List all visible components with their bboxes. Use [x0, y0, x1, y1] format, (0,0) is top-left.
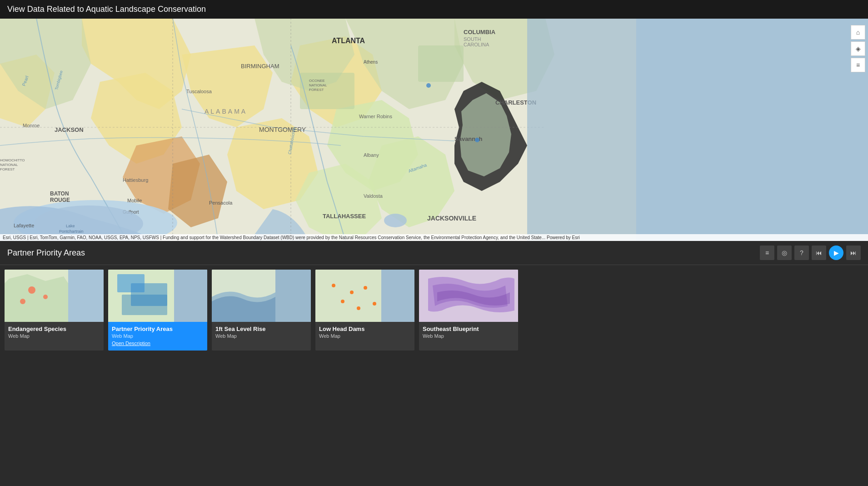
svg-point-85 [350, 291, 354, 294]
card-type-southeast-blueprint: Web Map [423, 333, 514, 339]
map-container[interactable]: ATLANTA BIRMINGHAM Tuscaloosa Athens MON… [0, 18, 868, 241]
svg-point-84 [332, 284, 335, 287]
svg-text:Tuscaloosa: Tuscaloosa [186, 89, 212, 94]
svg-text:Warner Robins: Warner Robins [359, 114, 392, 119]
panel-user-button[interactable]: ◎ [777, 246, 792, 260]
panel-help-button[interactable]: ? [794, 246, 809, 260]
svg-text:ALABAMA: ALABAMA [205, 108, 247, 115]
svg-rect-77 [122, 295, 167, 315]
card-1ft-sea-level-rise[interactable]: 1ft Sea Level RiseWeb Map [212, 270, 311, 351]
svg-rect-72 [68, 270, 104, 322]
svg-text:Pontchartrain: Pontchartrain [59, 229, 84, 234]
card-title-southeast-blueprint: Southeast Blueprint [423, 326, 514, 332]
svg-text:HOMOCHITTO: HOMOCHITTO [0, 158, 25, 162]
svg-point-86 [341, 300, 344, 303]
card-type-1ft-sea-level-rise: Web Map [215, 333, 307, 339]
app-header: View Data Related to Aquatic Landscape C… [0, 0, 868, 19]
card-info-1ft-sea-level-rise: 1ft Sea Level RiseWeb Map [212, 322, 311, 343]
map-attribution: Esri, USGS | Esri, TomTom, Garmin, FAO, … [0, 234, 868, 241]
card-type-partner-priority-areas: Web Map [112, 333, 204, 339]
svg-text:NATIONAL: NATIONAL [309, 83, 327, 87]
svg-point-69 [28, 286, 35, 294]
map-background: ATLANTA BIRMINGHAM Tuscaloosa Athens MON… [0, 18, 868, 241]
card-info-endangered-species: Endangered SpeciesWeb Map [5, 322, 104, 343]
card-type-low-head-dams: Web Map [319, 333, 411, 339]
svg-text:NATIONAL: NATIONAL [0, 163, 18, 167]
bottom-panel: Partner Priority Areas ≡ ◎ ? ⏮ ▶ ⏭ Endan… [0, 241, 868, 486]
home-button[interactable]: ⌂ [851, 25, 865, 40]
svg-point-64 [475, 138, 479, 142]
svg-text:Lake: Lake [66, 224, 75, 228]
card-link-partner-priority-areas[interactable]: Open Description [112, 341, 204, 346]
svg-text:BIRMINGHAM: BIRMINGHAM [241, 63, 279, 70]
svg-point-87 [364, 286, 367, 290]
card-southeast-blueprint[interactable]: Southeast BlueprintWeb Map [419, 270, 518, 351]
card-thumb-southeast-blueprint [419, 270, 518, 322]
panel-controls: ≡ ◎ ? ⏮ ▶ ⏭ [760, 246, 861, 260]
svg-text:JACKSON: JACKSON [55, 126, 84, 133]
card-info-partner-priority-areas: Partner Priority AreasWeb MapOpen Descri… [108, 322, 207, 351]
svg-marker-68 [5, 274, 68, 322]
svg-text:JACKSONVILLE: JACKSONVILLE [427, 215, 476, 222]
card-title-low-head-dams: Low Head Dams [319, 326, 411, 332]
panel-first-button[interactable]: ⏮ [812, 246, 826, 260]
svg-rect-90 [381, 270, 414, 322]
svg-rect-65 [527, 18, 868, 241]
card-partner-priority-areas[interactable]: Partner Priority AreasWeb MapOpen Descri… [108, 270, 207, 351]
svg-point-71 [20, 299, 25, 304]
svg-text:Lafayette: Lafayette [14, 223, 34, 228]
card-endangered-species[interactable]: Endangered SpeciesWeb Map [5, 270, 104, 351]
panel-play-button[interactable]: ▶ [829, 246, 843, 260]
svg-text:FOREST: FOREST [309, 88, 324, 92]
svg-text:CAROLINA: CAROLINA [464, 42, 489, 47]
panel-header: Partner Priority Areas ≡ ◎ ? ⏮ ▶ ⏭ [0, 241, 868, 265]
svg-point-62 [384, 214, 407, 227]
svg-text:MONTGOMERY: MONTGOMERY [259, 126, 306, 133]
card-thumb-partner-priority-areas [108, 270, 207, 322]
panel-title: Partner Priority Areas [7, 248, 85, 258]
svg-text:ROUGE: ROUGE [50, 197, 70, 203]
layers-button[interactable]: ◈ [851, 41, 865, 56]
svg-text:Albany: Albany [364, 152, 379, 158]
map-toolbar: ⌂ ◈ ≡ [851, 25, 865, 72]
svg-text:Hattiesburg: Hattiesburg [123, 177, 148, 183]
card-thumb-low-head-dams [315, 270, 414, 322]
card-title-1ft-sea-level-rise: 1ft Sea Level Rise [215, 326, 307, 332]
map-svg: ATLANTA BIRMINGHAM Tuscaloosa Athens MON… [0, 18, 868, 241]
svg-text:ATLANTA: ATLANTA [332, 37, 365, 45]
svg-point-70 [43, 295, 48, 299]
svg-text:OCONEE: OCONEE [309, 79, 325, 83]
svg-text:BATON: BATON [50, 190, 69, 197]
svg-point-63 [426, 83, 431, 88]
svg-text:Pensacola: Pensacola [209, 200, 233, 205]
svg-point-88 [373, 302, 376, 306]
svg-text:Monroe: Monroe [23, 123, 40, 128]
cards-row: Endangered SpeciesWeb Map Partner Priori… [0, 265, 868, 351]
panel-last-button[interactable]: ⏭ [846, 246, 861, 260]
svg-text:COLUMBIA: COLUMBIA [464, 29, 496, 35]
svg-point-89 [357, 306, 360, 310]
svg-text:Athens: Athens [364, 60, 378, 65]
card-type-endangered-species: Web Map [8, 333, 100, 339]
svg-text:TALLAHASSEE: TALLAHASSEE [323, 213, 366, 220]
legend-button[interactable]: ≡ [851, 58, 865, 72]
card-info-southeast-blueprint: Southeast BlueprintWeb Map [419, 322, 518, 343]
card-title-endangered-species: Endangered Species [8, 326, 100, 332]
svg-rect-18 [418, 45, 464, 82]
card-info-low-head-dams: Low Head DamsWeb Map [315, 322, 414, 343]
svg-rect-78 [174, 270, 207, 322]
svg-rect-83 [315, 270, 381, 322]
svg-rect-81 [275, 270, 311, 322]
panel-list-button[interactable]: ≡ [760, 246, 774, 260]
card-thumb-endangered-species [5, 270, 104, 322]
card-title-partner-priority-areas: Partner Priority Areas [112, 326, 204, 332]
svg-text:SOUTH: SOUTH [464, 36, 481, 42]
svg-text:Valdosta: Valdosta [364, 193, 383, 199]
svg-text:FOREST: FOREST [0, 167, 15, 171]
card-low-head-dams[interactable]: Low Head DamsWeb Map [315, 270, 414, 351]
card-thumb-1ft-sea-level-rise [212, 270, 311, 322]
page-title: View Data Related to Aquatic Landscape C… [7, 5, 861, 14]
svg-text:Mobile: Mobile [127, 198, 142, 203]
